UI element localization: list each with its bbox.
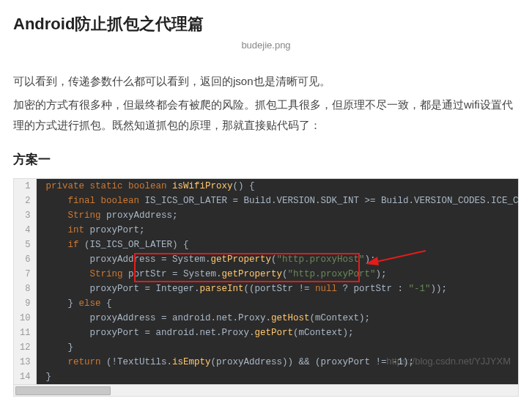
code-cell: proxyPort = android.net.Proxy.getPort(mC… bbox=[37, 326, 518, 340]
image-caption: budejie.png bbox=[13, 40, 519, 51]
code-line: 13 return (!TextUtils.isEmpty(proxyAddre… bbox=[14, 355, 518, 370]
code-line: 3 String proxyAddress; bbox=[14, 208, 518, 223]
code-table: 1private static boolean isWifiProxy() {2… bbox=[14, 179, 518, 384]
line-number: 14 bbox=[14, 370, 37, 384]
code-line: 11 proxyPort = android.net.Proxy.getPort… bbox=[14, 326, 518, 340]
code-cell: String proxyAddress; bbox=[37, 208, 518, 223]
code-line: 12 } bbox=[14, 340, 518, 355]
code-cell: proxyPort = Integer.parseInt((portStr !=… bbox=[37, 282, 518, 296]
code-line: 14} bbox=[14, 370, 518, 384]
line-number: 9 bbox=[14, 296, 37, 311]
line-number: 12 bbox=[14, 340, 37, 355]
code-line: 6 proxyAddress = System.getProperty("htt… bbox=[14, 252, 518, 267]
code-line: 7 String portStr = System.getProperty("h… bbox=[14, 267, 518, 282]
page-title: Android防止抓包之代理篇 bbox=[13, 13, 519, 35]
code-cell: } bbox=[37, 370, 518, 384]
scrollbar-thumb[interactable] bbox=[15, 386, 111, 395]
code-cell: String portStr = System.getProperty("htt… bbox=[37, 267, 518, 282]
code-cell: proxyAddress = android.net.Proxy.getHost… bbox=[37, 311, 518, 326]
line-number: 6 bbox=[14, 252, 37, 267]
line-number: 3 bbox=[14, 208, 37, 223]
code-line: 1private static boolean isWifiProxy() { bbox=[14, 179, 518, 194]
line-number: 7 bbox=[14, 267, 37, 282]
line-number: 8 bbox=[14, 282, 37, 296]
section-heading: 方案一 bbox=[13, 151, 519, 168]
code-cell: } else { bbox=[37, 296, 518, 311]
line-number: 5 bbox=[14, 238, 37, 252]
code-line: 9 } else { bbox=[14, 296, 518, 311]
line-number: 1 bbox=[14, 179, 37, 194]
line-number: 10 bbox=[14, 311, 37, 326]
paragraph: 可以看到，传递参数什么都可以看到，返回的json也是清晰可见。 bbox=[13, 71, 519, 92]
code-line: 2 final boolean IS_ICS_OR_LATER = Build.… bbox=[14, 194, 518, 208]
code-cell: final boolean IS_ICS_OR_LATER = Build.VE… bbox=[37, 194, 518, 208]
line-number: 2 bbox=[14, 194, 37, 208]
code-scroll-area[interactable]: 1private static boolean isWifiProxy() {2… bbox=[14, 179, 518, 384]
paragraph: 加密的方式有很多种，但最终都会有被爬的风险。抓包工具很多，但原理不尽一致，都是通… bbox=[13, 95, 519, 136]
code-cell: } bbox=[37, 340, 518, 355]
code-cell: int proxyPort; bbox=[37, 223, 518, 238]
code-cell: private static boolean isWifiProxy() { bbox=[37, 179, 518, 194]
line-number: 13 bbox=[14, 355, 37, 370]
code-cell: proxyAddress = System.getProperty("http.… bbox=[37, 252, 518, 267]
code-cell: if (IS_ICS_OR_LATER) { bbox=[37, 238, 518, 252]
line-number: 4 bbox=[14, 223, 37, 238]
code-line: 8 proxyPort = Integer.parseInt((portStr … bbox=[14, 282, 518, 296]
code-line: 10 proxyAddress = android.net.Proxy.getH… bbox=[14, 311, 518, 326]
code-line: 5 if (IS_ICS_OR_LATER) { bbox=[14, 238, 518, 252]
code-block: 1private static boolean isWifiProxy() {2… bbox=[13, 178, 519, 397]
code-line: 4 int proxyPort; bbox=[14, 223, 518, 238]
code-cell: return (!TextUtils.isEmpty(proxyAddress)… bbox=[37, 355, 518, 370]
line-number: 11 bbox=[14, 326, 37, 340]
horizontal-scrollbar[interactable] bbox=[14, 384, 518, 396]
